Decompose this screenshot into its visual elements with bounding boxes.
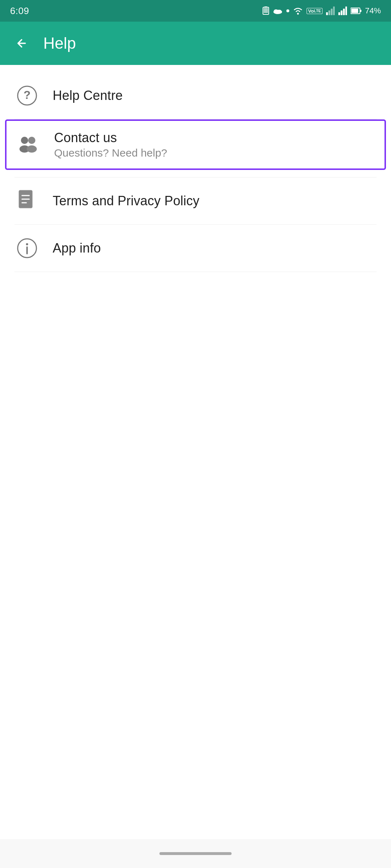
help-centre-text: Help Centre <box>53 88 377 103</box>
battery-icon <box>351 7 361 14</box>
volte-icon: VoLTE <box>307 8 322 14</box>
svg-rect-16 <box>360 10 361 12</box>
people-icon <box>16 132 41 157</box>
signal-bar2-icon <box>338 6 347 15</box>
content-area: ? Help Centre Contact us Questions? Need… <box>0 65 391 868</box>
signal-bar-icon <box>326 6 335 15</box>
status-time: 6:09 <box>10 5 29 17</box>
svg-rect-9 <box>331 9 333 15</box>
svg-text:?: ? <box>23 88 31 101</box>
svg-point-23 <box>27 145 37 153</box>
help-centre-item[interactable]: ? Help Centre <box>0 72 391 119</box>
info-circle-icon <box>14 236 40 261</box>
svg-rect-11 <box>338 12 340 15</box>
contact-us-item[interactable]: Contact us Questions? Need help? <box>5 119 386 170</box>
terms-privacy-item[interactable]: Terms and Privacy Policy <box>0 177 391 224</box>
question-circle-icon: ? <box>14 83 40 108</box>
svg-rect-2 <box>264 8 268 13</box>
app-info-item[interactable]: App info <box>0 225 391 272</box>
svg-point-22 <box>28 137 35 144</box>
contact-us-title: Contact us <box>54 130 375 145</box>
app-info-text: App info <box>53 241 377 256</box>
svg-point-4 <box>274 9 278 13</box>
help-centre-title: Help Centre <box>53 88 377 103</box>
svg-point-5 <box>278 10 281 13</box>
svg-rect-17 <box>351 9 358 13</box>
svg-point-20 <box>21 137 28 144</box>
document-icon <box>14 188 40 214</box>
status-icons: VoLTE <box>263 6 381 16</box>
battery-percentage: 74% <box>365 6 381 16</box>
svg-rect-10 <box>333 6 335 15</box>
status-dot <box>286 9 289 12</box>
svg-rect-13 <box>343 9 345 15</box>
terms-privacy-text: Terms and Privacy Policy <box>53 193 377 209</box>
battery-save-icon <box>263 6 269 15</box>
svg-rect-14 <box>345 6 347 15</box>
svg-rect-7 <box>326 12 328 15</box>
divider-4 <box>14 272 377 272</box>
cloud-icon <box>273 7 283 14</box>
app-info-title: App info <box>53 241 377 256</box>
app-bar: Help <box>0 22 391 65</box>
svg-rect-8 <box>328 10 330 15</box>
home-indicator <box>159 852 232 855</box>
app-bar-title: Help <box>43 34 76 52</box>
wifi-icon <box>293 7 303 15</box>
bottom-bar <box>0 839 391 868</box>
svg-rect-12 <box>341 10 342 15</box>
contact-us-subtitle: Questions? Need help? <box>54 147 375 159</box>
spacer-1 <box>0 170 391 177</box>
svg-point-30 <box>26 243 28 245</box>
terms-privacy-title: Terms and Privacy Policy <box>53 193 377 209</box>
svg-point-6 <box>297 13 299 15</box>
contact-us-text: Contact us Questions? Need help? <box>54 130 375 159</box>
status-bar: 6:09 <box>0 0 391 22</box>
back-button[interactable] <box>11 32 32 54</box>
